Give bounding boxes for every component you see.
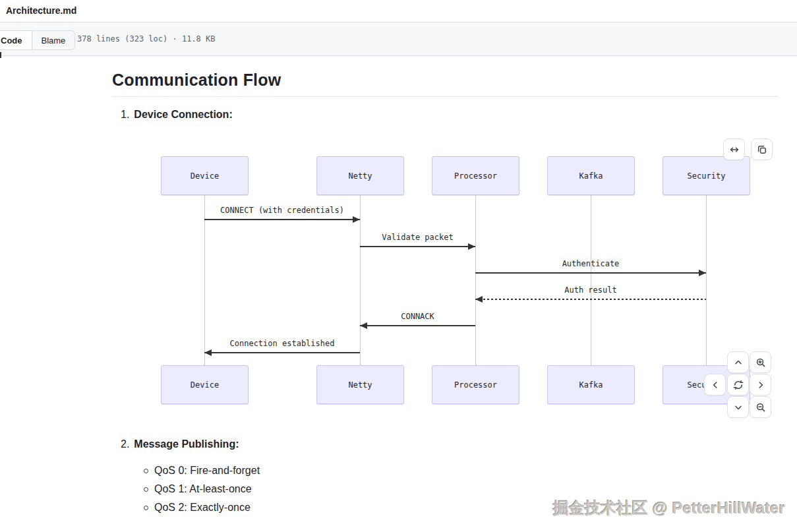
message-line [475, 299, 706, 300]
message-label: CONNECT (with credentials) [177, 206, 388, 215]
participant-label: Processor [454, 171, 497, 181]
code-blame-toggle: Code Blame [0, 30, 75, 50]
zoom-out-button[interactable] [750, 396, 771, 418]
lifeline-security [706, 194, 707, 365]
message-line [475, 272, 706, 274]
arrowhead-icon [468, 243, 475, 250]
tab-code[interactable]: Code [0, 31, 32, 49]
participant-label: Netty [348, 380, 372, 390]
zoom-out-icon [755, 402, 766, 413]
pan-left-button[interactable] [704, 374, 726, 396]
arrowhead-icon [475, 296, 483, 303]
list-label: Device Connection: [134, 109, 232, 121]
list-item-message-publishing: 2. Message Publishing: [121, 438, 239, 450]
participant-label: Security [688, 171, 726, 181]
lifeline-processor [475, 194, 476, 365]
participant-netty-top: Netty [316, 156, 404, 195]
qos-bullet-list: QoS 0: Fire-and-forget QoS 1: At-least-o… [144, 461, 260, 517]
lifeline-kafka [591, 194, 591, 365]
screen-edge-artifact [0, 52, 1, 58]
participant-device-top: Device [161, 156, 249, 195]
sync-icon [733, 380, 744, 390]
list-marker: 2. [121, 438, 129, 450]
tab-code-label: Code [1, 36, 22, 45]
list-item-device-connection: 1. Device Connection: [121, 109, 233, 121]
reset-view-button[interactable] [727, 374, 749, 396]
participant-label: Netty [348, 171, 372, 181]
chevron-down-icon [733, 402, 744, 413]
participant-device-bottom: Device [161, 365, 249, 404]
zoom-in-icon [755, 357, 766, 368]
copy-icon [757, 144, 767, 155]
participant-processor-bottom: Processor [432, 365, 519, 404]
tab-blame[interactable]: Blame [32, 31, 75, 49]
arrowhead-icon [204, 349, 212, 356]
pan-right-button[interactable] [750, 374, 771, 396]
message-label: Authenticate [485, 259, 696, 268]
arrowhead-icon [353, 216, 360, 223]
message-label: Connection established [177, 339, 388, 348]
list-item: QoS 1: At-least-once [144, 480, 260, 498]
participant-netty-bottom: Netty [316, 365, 404, 404]
list-marker: 1. [121, 109, 129, 121]
file-title: Architecture.md [6, 5, 76, 16]
lifeline-netty [360, 194, 361, 365]
message-line [360, 325, 475, 326]
page-title: Communication Flow [112, 71, 281, 90]
participant-label: Processor [454, 380, 497, 390]
list-label: Message Publishing: [134, 438, 239, 450]
heading-rule [112, 96, 779, 97]
pan-down-button[interactable] [727, 396, 749, 418]
participant-label: Device [191, 171, 219, 181]
participant-label: Kafka [579, 171, 603, 181]
arrowhead-icon [360, 322, 367, 329]
arrow-both-icon [729, 144, 740, 155]
list-item: QoS 0: Fire-and-forget [144, 461, 260, 480]
file-stats: 378 lines (323 loc) · 11.8 KB [77, 34, 216, 44]
participant-kafka-top: Kafka [547, 156, 635, 195]
message-line [360, 246, 475, 247]
chevron-right-icon [755, 380, 766, 390]
expand-diagram-button[interactable] [723, 138, 745, 160]
chevron-left-icon [710, 380, 721, 390]
participant-security-top: Security [663, 156, 750, 195]
copy-diagram-button[interactable] [751, 138, 773, 160]
zoom-in-button[interactable] [750, 351, 771, 373]
watermark: 掘金技术社区 @ PetterHillWater [553, 498, 785, 519]
participant-label: Device [191, 380, 219, 390]
message-label: CONNACK [312, 312, 523, 321]
file-meta-bar: Code Blame 378 lines (323 loc) · 11.8 KB [0, 22, 797, 56]
message-label: Auth result [485, 285, 696, 295]
file-title-bar: Architecture.md [0, 0, 797, 22]
participant-kafka-bottom: Kafka [547, 365, 635, 404]
list-item: QoS 2: Exactly-once [144, 498, 260, 517]
lifeline-device [204, 194, 205, 365]
pan-up-button[interactable] [727, 351, 749, 373]
tab-blame-label: Blame [42, 36, 66, 45]
participant-processor-top: Processor [432, 156, 519, 195]
message-line [204, 219, 360, 220]
arrowhead-icon [699, 270, 706, 276]
message-label: Validate packet [312, 233, 523, 242]
participant-label: Kafka [579, 380, 603, 390]
message-line [204, 352, 360, 353]
chevron-up-icon [733, 357, 744, 368]
